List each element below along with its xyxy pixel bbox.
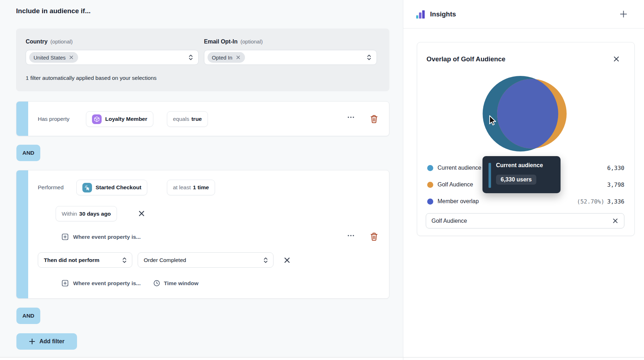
mouse-cursor xyxy=(489,115,497,127)
insights-panel: Insights Overlap of Golf Audience xyxy=(403,0,644,360)
frequency-value: 1 time xyxy=(193,184,209,191)
remove-time-window-icon[interactable] xyxy=(138,210,145,217)
condition-prefix-label: Has property xyxy=(38,102,70,137)
chevron-updown-icon xyxy=(188,53,193,61)
bar-chart-icon xyxy=(416,9,426,19)
condition-accent-strip xyxy=(16,170,28,298)
close-insight-icon[interactable] xyxy=(613,55,620,63)
audience-conditions-panel: Include in audience if... Country(option… xyxy=(0,0,403,357)
property-name: Loyalty Member xyxy=(105,116,147,122)
legend-value: 6,330 xyxy=(607,165,624,171)
then-event-select[interactable]: Order Completed xyxy=(138,252,274,268)
delete-condition-icon[interactable] xyxy=(370,114,378,124)
traits-filter-box: Country(optional) United States xyxy=(16,29,389,91)
page-title: Include in audience if... xyxy=(16,7,91,15)
venn-diagram[interactable] xyxy=(417,42,635,236)
tooltip-series-bar xyxy=(489,163,491,188)
legend-value: 3,336 xyxy=(607,198,624,205)
legend-value: 3,798 xyxy=(607,181,624,188)
operator-label: equals xyxy=(173,116,189,122)
where-event-property-button[interactable]: Where event property is... xyxy=(62,233,141,240)
email-label-row: Email Opt-In(optional) xyxy=(204,38,377,45)
then-event-value: Order Completed xyxy=(144,257,186,263)
country-label: Country xyxy=(26,38,47,45)
add-insight-icon[interactable] xyxy=(619,10,628,18)
plus-square-icon xyxy=(62,280,68,287)
window-prefix: Within xyxy=(62,211,77,217)
event-prefix-label: Performed xyxy=(38,172,63,203)
then-operator-select[interactable]: Then did not perform xyxy=(38,252,132,268)
more-options-icon[interactable] xyxy=(347,235,354,237)
frequency-prefix: at least xyxy=(173,184,191,191)
email-optional-label: (optional) xyxy=(240,38,263,45)
then-operator-value: Then did not perform xyxy=(44,257,99,263)
legend-dot-golf xyxy=(427,182,433,188)
where-event-property-label: Where event property is... xyxy=(73,234,141,240)
chevron-updown-icon xyxy=(367,53,372,61)
time-window-button[interactable]: Within 30 days ago xyxy=(56,206,117,221)
overlap-insight-card: Overlap of Golf Audience Current audienc… xyxy=(417,42,635,236)
time-window-add-button[interactable]: Time window xyxy=(153,280,199,287)
plus-icon xyxy=(29,338,35,345)
condition-accent-strip xyxy=(16,102,28,136)
add-filter-label: Add filter xyxy=(39,338,64,345)
event-picker-button[interactable]: Started Checkout xyxy=(76,180,147,195)
insights-title: Insights xyxy=(430,10,456,18)
chevron-updown-icon xyxy=(122,256,127,264)
tooltip-value-chip: 6,330 users xyxy=(496,175,536,185)
legend-label: Golf Audience xyxy=(438,181,473,188)
chevron-updown-icon xyxy=(263,256,268,264)
email-optin-chip-remove-icon[interactable] xyxy=(236,55,241,60)
legend-label: Member overlap xyxy=(438,198,479,205)
legend-percent: (52.70%) xyxy=(577,198,604,205)
event-click-icon xyxy=(82,183,92,192)
operator-value: true xyxy=(191,116,202,122)
email-optin-label: Email Opt-In xyxy=(204,38,237,45)
legend-dot-overlap xyxy=(427,199,433,205)
frequency-button[interactable]: at least 1 time xyxy=(167,180,215,195)
country-trait: Country(optional) United States xyxy=(26,38,199,65)
insights-header: Insights xyxy=(403,0,644,29)
email-optin-select[interactable]: Opted In xyxy=(204,50,377,65)
email-optin-trait: Email Opt-In(optional) Opted In xyxy=(204,38,377,65)
where-event-property-button[interactable]: Where event property is... Time window xyxy=(62,280,199,287)
event-name: Started Checkout xyxy=(96,184,141,191)
auto-filter-note: 1 filter automatically applied based on … xyxy=(26,75,157,81)
condition-card-property: Has property Loyalty Member equals true xyxy=(16,101,389,136)
clock-icon xyxy=(153,280,160,287)
email-optin-chip[interactable]: Opted In xyxy=(208,52,245,63)
property-picker-button[interactable]: Loyalty Member xyxy=(86,111,153,127)
legend-row-member-overlap[interactable]: Member overlap (52.70%) 3,336 xyxy=(427,197,624,205)
add-filter-button[interactable]: Add filter xyxy=(16,333,77,350)
country-select[interactable]: United States xyxy=(26,50,199,65)
legend-label: Current audience xyxy=(438,165,481,171)
chart-tooltip: Current audience 6,330 users xyxy=(482,156,561,193)
country-chip-remove-icon[interactable] xyxy=(69,55,74,60)
country-chip[interactable]: United States xyxy=(29,52,78,63)
email-optin-chip-label: Opted In xyxy=(212,55,232,61)
where-event-property-label: Where event property is... xyxy=(73,280,141,287)
window-value: 30 days ago xyxy=(79,211,111,217)
time-window-label: Time window xyxy=(164,280,199,287)
more-options-icon[interactable] xyxy=(347,116,354,118)
tooltip-title: Current audience xyxy=(496,162,543,169)
condition-card-event: Performed Started Checkout at least 1 ti… xyxy=(16,170,389,299)
country-label-row: Country(optional) xyxy=(26,38,199,45)
operator-value-button[interactable]: equals true xyxy=(167,111,208,127)
property-cube-icon xyxy=(92,114,102,124)
delete-condition-icon[interactable] xyxy=(370,232,378,241)
and-connector-badge: AND xyxy=(16,308,40,324)
and-connector-badge: AND xyxy=(16,145,40,161)
country-optional-label: (optional) xyxy=(50,38,73,45)
bottom-divider xyxy=(0,357,644,358)
audience-builder-app: Include in audience if... Country(option… xyxy=(0,0,644,360)
country-chip-label: United States xyxy=(34,55,66,61)
plus-square-icon xyxy=(62,233,68,240)
remove-then-clause-icon[interactable] xyxy=(283,256,291,264)
legend-dot-current xyxy=(427,165,433,171)
